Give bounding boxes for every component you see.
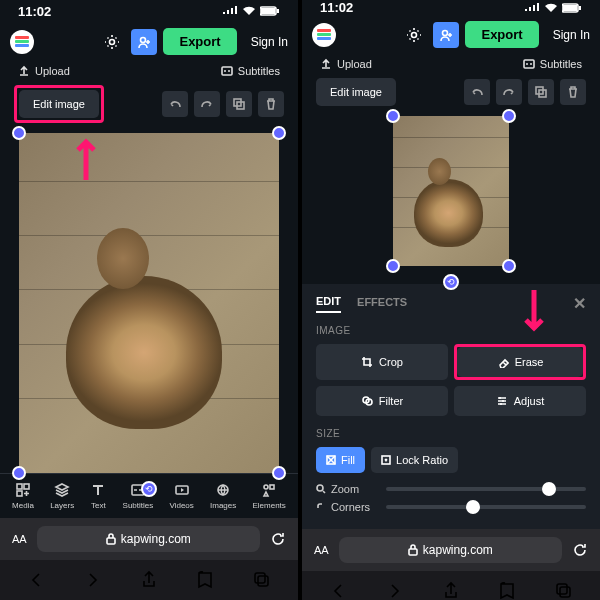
text-size-button[interactable]: AA xyxy=(12,533,27,545)
tabs-icon[interactable] xyxy=(554,581,574,600)
svg-rect-24 xyxy=(524,60,534,68)
signin-link[interactable]: Sign In xyxy=(251,35,288,49)
browser-nav xyxy=(0,560,298,600)
adjust-button[interactable]: Adjust xyxy=(454,386,586,416)
resize-handle-tl[interactable] xyxy=(386,109,400,123)
reload-icon[interactable] xyxy=(270,531,286,547)
svg-rect-5 xyxy=(222,67,232,75)
svg-rect-16 xyxy=(107,538,115,544)
size-section-label: SIZE xyxy=(316,428,586,439)
svg-rect-10 xyxy=(17,491,22,496)
export-button[interactable]: Export xyxy=(163,28,236,55)
browser-url-bar[interactable]: AA kapwing.com xyxy=(0,518,298,560)
trash-icon[interactable] xyxy=(560,79,586,105)
zoom-slider[interactable] xyxy=(386,487,586,491)
bookmarks-icon[interactable] xyxy=(497,581,517,600)
share-icon[interactable] xyxy=(139,570,159,590)
resize-handle-br[interactable] xyxy=(502,259,516,273)
subtitles-button[interactable]: Subtitles xyxy=(221,65,280,77)
resize-handle-tr[interactable] xyxy=(272,126,286,140)
rotate-handle[interactable]: ⟲ xyxy=(141,481,157,497)
resize-handle-tl[interactable] xyxy=(12,126,26,140)
edit-panel: EDIT EFFECTS ✕ IMAGE Crop Erase Filter A… xyxy=(302,284,600,529)
tab-media[interactable]: Media xyxy=(12,482,34,510)
image-toolbar: Edit image xyxy=(0,85,298,131)
browser-nav xyxy=(302,571,600,600)
canvas[interactable]: ⟲ xyxy=(316,114,586,284)
tab-edit[interactable]: EDIT xyxy=(316,295,341,313)
upload-button[interactable]: Upload xyxy=(320,58,372,70)
crop-button[interactable]: Crop xyxy=(316,344,448,380)
reload-icon[interactable] xyxy=(572,542,588,558)
tab-videos[interactable]: Videos xyxy=(169,482,193,510)
upload-button[interactable]: Upload xyxy=(18,65,70,77)
add-user-icon[interactable] xyxy=(131,29,157,55)
browser-url-bar[interactable]: AA kapwing.com xyxy=(302,529,600,571)
url-box[interactable]: kapwing.com xyxy=(339,537,562,563)
status-bar: 11:02 xyxy=(0,0,298,22)
svg-rect-32 xyxy=(409,549,417,555)
status-time: 11:02 xyxy=(18,4,51,19)
selected-image[interactable]: ⟲ xyxy=(393,116,509,266)
edit-image-button[interactable]: Edit image xyxy=(316,78,396,106)
filter-button[interactable]: Filter xyxy=(316,386,448,416)
copy-icon[interactable] xyxy=(528,79,554,105)
back-icon[interactable] xyxy=(26,570,46,590)
gear-icon[interactable] xyxy=(99,29,125,55)
zoom-icon xyxy=(316,484,326,494)
resize-handle-bl[interactable] xyxy=(12,466,26,480)
svg-rect-18 xyxy=(258,576,268,586)
redo-icon[interactable] xyxy=(194,91,220,117)
canvas[interactable]: ⟲ xyxy=(14,131,284,473)
close-icon[interactable]: ✕ xyxy=(573,294,586,313)
undo-icon[interactable] xyxy=(162,91,188,117)
wifi-icon xyxy=(544,3,558,13)
export-button[interactable]: Export xyxy=(465,21,538,48)
app-header: Export Sign In xyxy=(302,15,600,54)
resize-handle-bl[interactable] xyxy=(386,259,400,273)
tab-elements[interactable]: Elements xyxy=(252,482,285,510)
signal-icon xyxy=(222,6,238,16)
signal-icon xyxy=(524,3,540,13)
text-size-button[interactable]: AA xyxy=(314,544,329,556)
svg-rect-9 xyxy=(24,484,29,489)
tab-effects[interactable]: EFFECTS xyxy=(357,296,407,312)
selected-image[interactable]: ⟲ xyxy=(19,133,279,473)
gear-icon[interactable] xyxy=(401,22,427,48)
add-user-icon[interactable] xyxy=(433,22,459,48)
edit-image-button[interactable]: Edit image xyxy=(19,90,99,118)
image-toolbar: Edit image xyxy=(302,78,600,114)
svg-rect-33 xyxy=(557,584,567,594)
lock-icon xyxy=(106,533,116,545)
erase-button[interactable]: Erase xyxy=(457,347,583,377)
svg-rect-8 xyxy=(17,484,22,489)
svg-point-3 xyxy=(110,39,115,44)
phone-left: 11:02 Export Sign In Upload Subtitles Ed… xyxy=(0,0,298,600)
subtitles-button[interactable]: Subtitles xyxy=(523,58,582,70)
redo-icon[interactable] xyxy=(496,79,522,105)
signin-link[interactable]: Sign In xyxy=(553,28,590,42)
kapwing-logo[interactable] xyxy=(10,30,34,54)
copy-icon[interactable] xyxy=(226,91,252,117)
tab-text[interactable]: Text xyxy=(90,482,106,510)
svg-rect-17 xyxy=(255,573,265,583)
tab-layers[interactable]: Layers xyxy=(50,482,74,510)
svg-point-22 xyxy=(412,32,417,37)
trash-icon[interactable] xyxy=(258,91,284,117)
lock-icon xyxy=(408,544,418,556)
tabs-icon[interactable] xyxy=(252,570,272,590)
resize-handle-tr[interactable] xyxy=(502,109,516,123)
rotate-handle[interactable]: ⟲ xyxy=(443,274,459,290)
corners-slider[interactable] xyxy=(386,505,586,509)
tab-images[interactable]: Images xyxy=(210,482,236,510)
kapwing-logo[interactable] xyxy=(312,23,336,47)
share-icon[interactable] xyxy=(441,581,461,600)
undo-icon[interactable] xyxy=(464,79,490,105)
lock-ratio-button[interactable]: Lock Ratio xyxy=(371,447,458,473)
resize-handle-br[interactable] xyxy=(272,466,286,480)
url-box[interactable]: kapwing.com xyxy=(37,526,260,552)
bookmarks-icon[interactable] xyxy=(195,570,215,590)
fill-button[interactable]: Fill xyxy=(316,447,365,473)
svg-rect-20 xyxy=(563,5,577,11)
back-icon[interactable] xyxy=(328,581,348,600)
